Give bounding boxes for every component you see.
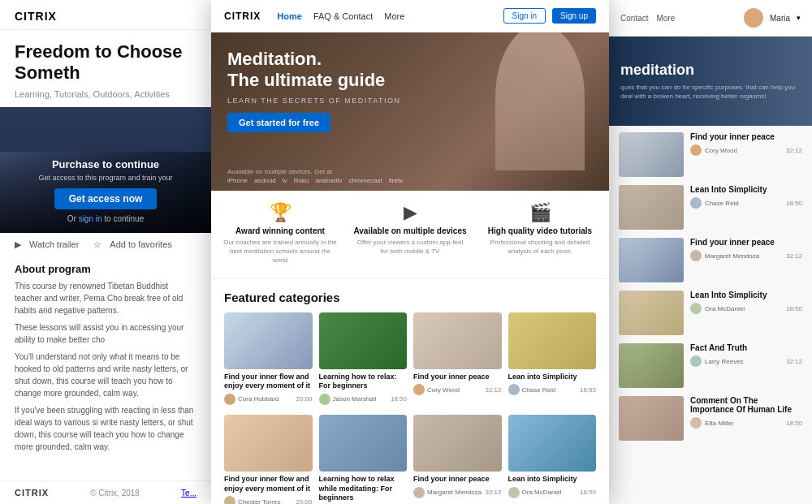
right-video-item-4[interactable]: Lean Into Simplicity Ora McDaniel 18:50 xyxy=(619,291,802,335)
video-title-1: Find your inner flow and enjoy every mom… xyxy=(224,373,313,391)
trophy-icon: 🏆 xyxy=(223,204,337,222)
nav-link-faq[interactable]: FAQ & Contact xyxy=(313,11,373,21)
video-meta-1: Cora Hubbard 20:00 xyxy=(224,394,313,405)
feature-award-desc: Our coaches are trained annually in the … xyxy=(223,238,337,265)
video-title-2: Learning how to relax: For beginners xyxy=(319,373,408,391)
right-duration-1: 32:12 xyxy=(786,147,802,154)
right-duration-2: 18:50 xyxy=(786,200,802,207)
video-duration-7: 32:12 xyxy=(485,489,501,496)
right-author-name-5: Larry Reeves xyxy=(705,358,783,365)
about-p4: If you've been struggling with reacting … xyxy=(15,404,197,453)
right-thumb-4 xyxy=(619,291,684,335)
right-author-avatar-3 xyxy=(690,250,702,261)
video-author-2: Jason Marshall xyxy=(319,394,377,405)
right-thumb-3 xyxy=(619,238,684,282)
video-duration-2: 18:50 xyxy=(391,395,407,403)
hero-devices: Available on multiple devices. Get at iP… xyxy=(227,168,403,184)
nav-link-more[interactable]: More xyxy=(384,11,404,21)
hero-person-image xyxy=(495,32,585,170)
video-card-8[interactable]: Lean into Simplicity Ora McDaniel 18:50 xyxy=(508,415,597,504)
about-program-title: About program xyxy=(15,263,197,275)
video-card-5[interactable]: Find your inner flow and enjoy every mom… xyxy=(224,415,313,504)
author-name-3: Cory Wood xyxy=(427,386,460,394)
right-video-item-6[interactable]: Comment On The Importance Of Human Life … xyxy=(619,396,802,441)
right-nav-contact[interactable]: Contact xyxy=(620,14,648,23)
video-card-4[interactable]: Lean into Simplicity Chase Reid 18:50 xyxy=(508,312,597,405)
about-program-section: About program This course by renowned Ti… xyxy=(0,256,211,464)
video-duration-3: 32:12 xyxy=(485,386,501,394)
watch-trailer-label[interactable]: Watch trailer xyxy=(29,239,79,249)
play-devices-icon: ▶ xyxy=(353,204,467,222)
right-video-title-3: Find your inner peace xyxy=(690,238,802,247)
right-video-title-4: Lean Into Simplicity xyxy=(690,291,802,299)
androidtv-icon: androidtv xyxy=(316,177,343,184)
center-nav-links: Home FAQ & Contact More xyxy=(277,11,503,21)
video-duration-4: 18:50 xyxy=(580,386,596,394)
right-author-name-6: Etta Miller xyxy=(705,420,783,427)
sign-in-link[interactable]: sign in xyxy=(79,214,102,223)
video-thumb-2 xyxy=(319,312,408,369)
right-author-avatar-1 xyxy=(690,144,702,156)
video-card-7[interactable]: Find your inner peace Margaret Mendoza 3… xyxy=(413,415,502,504)
video-camera-icon: 🎬 xyxy=(483,204,597,222)
author-name-5: Chester Torres xyxy=(238,498,280,504)
right-video-meta-6: Etta Miller 18:50 xyxy=(690,417,802,429)
right-video-title-1: Find your inner peace xyxy=(690,132,802,141)
center-panel: CITRIX Home FAQ & Contact More Sign in S… xyxy=(211,0,609,504)
right-header: Contact More Maria ▾ xyxy=(609,0,812,37)
author-avatar-4 xyxy=(508,384,520,395)
video-card-6[interactable]: Learning how to relax while meditating: … xyxy=(319,415,408,504)
right-video-list: Find your inner peace Cory Wood 32:12 Le… xyxy=(609,126,812,476)
features-strip: 🏆 Award winning content Our coaches are … xyxy=(211,191,609,279)
video-thumb-7 xyxy=(413,415,502,472)
right-video-item-3[interactable]: Find your inner peace Margaret Mendoza 3… xyxy=(619,238,802,282)
right-video-info-4: Lean Into Simplicity Ora McDaniel 18:50 xyxy=(690,291,802,314)
author-avatar-1 xyxy=(224,394,235,405)
video-meta-2: Jason Marshall 18:50 xyxy=(319,394,408,405)
video-author-8: Ora McDaniel xyxy=(508,487,562,498)
author-avatar-3 xyxy=(413,384,425,395)
video-card-3[interactable]: Find your inner peace Cory Wood 32:12 xyxy=(413,312,502,405)
nav-link-home[interactable]: Home xyxy=(277,11,302,21)
right-duration-6: 18:50 xyxy=(786,420,802,427)
sign-in-text: Or sign in to continue xyxy=(13,214,198,223)
video-title-4: Lean into Simplicity xyxy=(508,373,597,382)
right-video-info-3: Find your inner peace Margaret Mendoza 3… xyxy=(690,238,802,261)
right-video-item-2[interactable]: Lean Into Simplicity Chase Reid 18:50 xyxy=(619,185,802,230)
android-icon: android xyxy=(254,177,276,184)
citrix-logo-left: CITRIX xyxy=(15,10,197,23)
about-p2: These lessons will assist you in accessi… xyxy=(15,321,197,346)
right-video-item-1[interactable]: Find your inner peace Cory Wood 32:12 xyxy=(619,132,802,177)
hero-cta-button[interactable]: Get started for free xyxy=(227,113,330,132)
video-card-2[interactable]: Learning how to relax: For beginners Jas… xyxy=(319,312,408,405)
video-card-1[interactable]: Find your inner flow and enjoy every mom… xyxy=(224,312,313,405)
video-meta-5: Chester Torres 20:00 xyxy=(224,496,313,504)
feature-award: 🏆 Award winning content Our coaches are … xyxy=(219,204,341,265)
feature-devices-title: Available on multiple devices xyxy=(353,226,467,235)
play-icon: ▶ xyxy=(15,239,21,250)
right-nav-links: Contact More xyxy=(620,14,675,23)
author-avatar-2 xyxy=(319,394,330,405)
left-hero-image: Purchase to continue Get access to this … xyxy=(0,107,211,233)
video-title-3: Find your inner peace xyxy=(413,373,502,382)
author-avatar-7 xyxy=(413,487,425,498)
add-favorites-label[interactable]: Add to favorites xyxy=(110,239,171,249)
feature-award-title: Award winning content xyxy=(223,226,337,235)
get-access-button[interactable]: Get access now xyxy=(54,188,158,209)
right-video-info-6: Comment On The Importance Of Human Life … xyxy=(690,396,802,429)
video-meta-4: Chase Reid 18:50 xyxy=(508,384,597,395)
nav-signin-button[interactable]: Sign in xyxy=(503,8,546,24)
hero-title: Meditation. The ultimate guide xyxy=(227,49,401,92)
center-nav-logo: CITRIX xyxy=(224,11,261,22)
right-thumb-1 xyxy=(619,132,684,177)
right-author-avatar-4 xyxy=(690,303,702,314)
video-meta-3: Cory Wood 32:12 xyxy=(413,384,502,395)
author-avatar-5 xyxy=(224,496,235,504)
footer-link[interactable]: Te... xyxy=(181,489,197,498)
right-duration-4: 18:50 xyxy=(786,305,802,312)
right-video-item-5[interactable]: Fact And Truth Larry Reeves 32:12 xyxy=(619,343,802,388)
right-hero-desc: ques that you can do for specific purpos… xyxy=(620,83,801,101)
left-footer: CITRIX © Citrix, 2018 Te... xyxy=(0,480,211,504)
nav-signup-button[interactable]: Sign up xyxy=(552,8,596,24)
right-nav-more[interactable]: More xyxy=(656,14,675,23)
